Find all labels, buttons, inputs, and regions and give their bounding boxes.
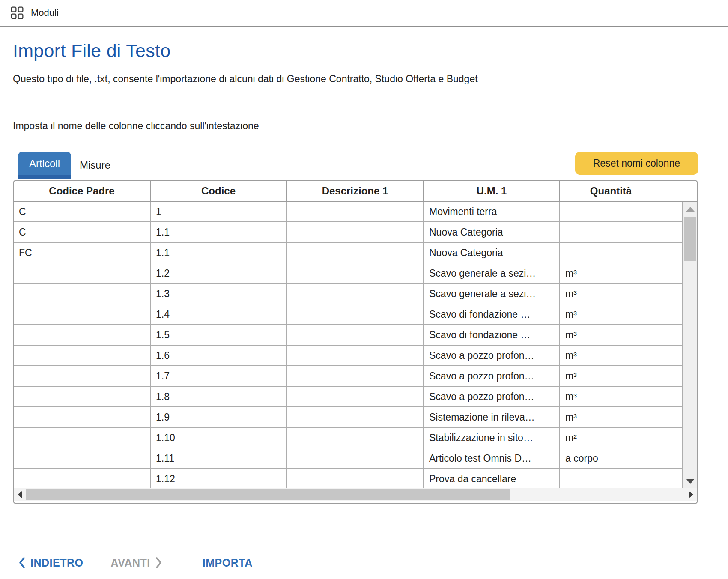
horizontal-scrollbar-thumb[interactable] — [26, 489, 510, 500]
table-cell: 1.7 — [151, 366, 287, 386]
table-cell-filler — [662, 448, 683, 468]
table-cell — [14, 325, 151, 345]
table-cell — [287, 304, 424, 324]
table-cell: 1.3 — [151, 284, 287, 304]
table-cell — [14, 304, 151, 324]
column-naming-instruction: Imposta il nome delle colonne cliccando … — [13, 119, 698, 132]
table-header-row: Codice Padre Codice Descrizione 1 U.M. 1… — [14, 181, 697, 202]
table-cell — [287, 284, 424, 304]
table-cell: m² — [560, 428, 662, 448]
table-cell — [287, 366, 424, 386]
import-button[interactable]: IMPORTA — [203, 557, 253, 569]
vertical-scrollbar[interactable] — [683, 202, 697, 488]
tab-articoli[interactable]: Articoli — [18, 152, 71, 179]
table-cell: FC — [14, 243, 151, 263]
table-cell — [560, 243, 662, 263]
table-row: 1.6Scavo a pozzo profon…m³ — [14, 346, 683, 366]
table-row: C1Movimenti terra — [14, 202, 683, 222]
table-cell — [287, 222, 424, 242]
column-header-descrizione-1[interactable]: Descrizione 1 — [287, 181, 424, 201]
tab-misure[interactable]: Misure — [72, 152, 119, 179]
next-button-label: AVANTI — [110, 557, 150, 569]
table-cell — [560, 202, 662, 221]
table-cell: m³ — [560, 366, 662, 386]
horizontal-scrollbar[interactable] — [14, 488, 697, 501]
table-row: 1.12Prova da cancellare — [14, 469, 683, 489]
table-cell: Nuova Categoria — [424, 222, 560, 242]
tabs-row: Articoli Misure Reset nomi colonne — [13, 152, 698, 179]
table-row: 1.10Stabilizzazione in sito…m² — [14, 428, 683, 448]
back-button[interactable]: INDIETRO — [18, 556, 83, 569]
table-cell: 1.6 — [151, 346, 287, 365]
table-cell — [287, 428, 424, 448]
table-cell: 1.12 — [151, 469, 287, 489]
table-cell: Scavo generale a sezi… — [424, 284, 560, 304]
table-row: FC1.1Nuova Categoria — [14, 243, 683, 263]
table-row: 1.9Sistemazione in rileva…m³ — [14, 407, 683, 428]
table-cell: 1.5 — [151, 325, 287, 345]
table-cell-filler — [662, 325, 683, 345]
main-content: Import File di Testo Questo tipo di file… — [0, 40, 728, 569]
topbar-title: Moduli — [31, 7, 59, 18]
column-header-um-1[interactable]: U.M. 1 — [424, 181, 560, 201]
table-cell: 1.2 — [151, 263, 287, 283]
table-cell: m³ — [560, 387, 662, 406]
table-cell: Scavo di fondazione … — [424, 325, 560, 345]
column-header-codice[interactable]: Codice — [151, 181, 287, 201]
table-cell: 1 — [151, 202, 287, 221]
table-cell: m³ — [560, 263, 662, 283]
table-cell-filler — [662, 366, 683, 386]
table-cell: a corpo — [560, 448, 662, 468]
import-preview-table: Codice Padre Codice Descrizione 1 U.M. 1… — [13, 180, 698, 504]
table-row: 1.8Scavo a pozzo profon…m³ — [14, 387, 683, 407]
column-header-filler — [662, 181, 697, 201]
table-cell-filler — [662, 346, 683, 365]
table-cell: Movimenti terra — [424, 202, 560, 221]
table-cell-filler — [662, 284, 683, 304]
page-subtitle: Questo tipo di file, .txt, consente l'im… — [13, 72, 698, 85]
next-button[interactable]: AVANTI — [110, 556, 162, 569]
table-cell — [287, 202, 424, 221]
table-cell: Scavo di fondazione … — [424, 304, 560, 324]
apps-grid-icon[interactable] — [10, 6, 24, 20]
table-cell: Prova da cancellare — [424, 469, 560, 489]
table-cell: m³ — [560, 346, 662, 365]
table-cell: C — [14, 222, 151, 242]
table-cell — [560, 222, 662, 242]
topbar: Moduli — [0, 0, 728, 27]
scroll-right-arrow-icon[interactable] — [689, 491, 693, 498]
table-cell — [560, 469, 662, 489]
table-cell: Scavo a pozzo profon… — [424, 366, 560, 386]
scroll-down-arrow-icon[interactable] — [686, 479, 694, 484]
table-cell — [14, 448, 151, 468]
table-cell: 1.4 — [151, 304, 287, 324]
vertical-scrollbar-thumb[interactable] — [684, 217, 696, 261]
table-cell-filler — [662, 243, 683, 263]
reset-column-names-button[interactable]: Reset nomi colonne — [575, 152, 698, 175]
page-title: Import File di Testo — [13, 40, 698, 61]
table-cell — [287, 346, 424, 365]
table-cell: 1.1 — [151, 243, 287, 263]
table-cell: Scavo generale a sezi… — [424, 263, 560, 283]
table-cell — [14, 387, 151, 406]
table-cell — [287, 263, 424, 283]
table-cell — [14, 263, 151, 283]
table-cell: 1.9 — [151, 407, 287, 427]
table-cell-filler — [662, 202, 683, 221]
table-cell: C — [14, 202, 151, 221]
table-cell: Scavo a pozzo profon… — [424, 346, 560, 365]
table-cell: m³ — [560, 284, 662, 304]
table-cell — [14, 428, 151, 448]
scroll-up-arrow-icon[interactable] — [686, 207, 695, 212]
table-cell: m³ — [560, 407, 662, 427]
back-button-label: INDIETRO — [30, 557, 83, 569]
apps-menu-button[interactable]: Moduli — [10, 6, 59, 20]
table-row: 1.2Scavo generale a sezi…m³ — [14, 263, 683, 284]
column-header-codice-padre[interactable]: Codice Padre — [14, 181, 151, 201]
table-cell: 1.1 — [151, 222, 287, 242]
column-header-quantita[interactable]: Quantità — [560, 181, 662, 201]
scroll-left-arrow-icon[interactable] — [18, 491, 22, 498]
table-cell — [14, 366, 151, 386]
table-row: 1.7Scavo a pozzo profon…m³ — [14, 366, 683, 387]
table-cell: Nuova Categoria — [424, 243, 560, 263]
